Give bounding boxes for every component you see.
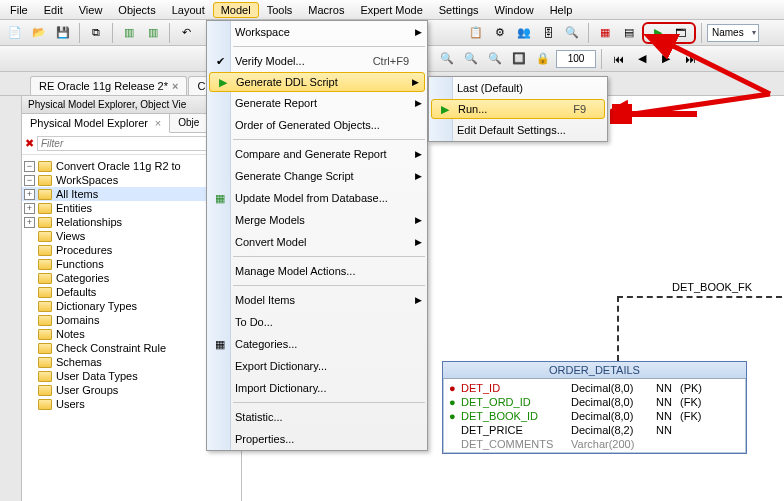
db-icon[interactable]: 🗄 — [537, 22, 559, 44]
folder-icon — [38, 357, 52, 368]
menu-item-label: Run... — [458, 103, 487, 115]
clear-filter-icon[interactable]: ✖ — [25, 137, 34, 150]
menu-item[interactable]: Merge Models▶ — [207, 209, 427, 231]
menu-item[interactable]: Model Items▶ — [207, 289, 427, 311]
submenu-arrow-icon: ▶ — [415, 237, 422, 247]
entity-order-details[interactable]: ORDER_DETAILS ●DET_IDDecimal(8,0)NN(PK) … — [442, 361, 747, 454]
zoom-value[interactable]: 100 — [556, 50, 596, 68]
menu-item-label: Update Model from Database... — [235, 192, 388, 204]
shortcut-label: F9 — [573, 103, 586, 115]
folder-icon — [38, 203, 52, 214]
menu-item[interactable]: Generate Report▶ — [207, 92, 427, 114]
menu-macros[interactable]: Macros — [300, 2, 352, 18]
submenu-arrow-icon: ▶ — [412, 77, 419, 87]
menu-item-label: Model Items — [235, 294, 295, 306]
add-box-icon[interactable]: ▦ — [594, 22, 616, 44]
nav-next-icon[interactable]: ▶ — [655, 48, 677, 70]
play-icon: ▶ — [214, 76, 232, 89]
close-icon[interactable]: × — [172, 80, 178, 92]
folder-icon — [38, 399, 52, 410]
menu-view[interactable]: View — [71, 2, 111, 18]
submenu-arrow-icon: ▶ — [415, 149, 422, 159]
zoom-in-icon[interactable]: 🔍 — [460, 48, 482, 70]
menu-item[interactable]: ✔Verify Model...Ctrl+F9 — [207, 50, 427, 72]
zoom-lock-icon[interactable]: 🔒 — [532, 48, 554, 70]
find-icon[interactable]: 🔍 — [561, 22, 583, 44]
menu-help[interactable]: Help — [542, 2, 581, 18]
menu-item[interactable]: Workspace▶ — [207, 21, 427, 43]
play-icon: ▶ — [436, 103, 454, 116]
menu-item[interactable]: Convert Model▶ — [207, 231, 427, 253]
folder-icon — [38, 287, 52, 298]
menu-item-label: Compare and Generate Report — [235, 148, 387, 160]
nav-first-icon[interactable]: ⏮ — [607, 48, 629, 70]
menu-window[interactable]: Window — [487, 2, 542, 18]
folder-icon — [38, 217, 52, 228]
menu-item[interactable]: ▶Run...F9 — [431, 99, 605, 119]
zoom-fit-icon[interactable]: 🔲 — [508, 48, 530, 70]
database-icon: ▦ — [211, 192, 229, 205]
copy-icon[interactable]: ⧉ — [85, 22, 107, 44]
menu-model[interactable]: Model — [213, 2, 259, 18]
menu-item[interactable]: To Do... — [207, 311, 427, 333]
menu-item[interactable]: ▦Categories... — [207, 333, 427, 355]
menu-item[interactable]: Properties... — [207, 428, 427, 450]
users-icon[interactable]: 👥 — [513, 22, 535, 44]
menu-item[interactable]: Order of Generated Objects... — [207, 114, 427, 136]
folder-icon — [38, 315, 52, 326]
save-icon[interactable]: 💾 — [52, 22, 74, 44]
nav-prev-icon[interactable]: ◀ — [631, 48, 653, 70]
menu-item[interactable]: Export Dictionary... — [207, 355, 427, 377]
menu-item[interactable]: Compare and Generate Report▶ — [207, 143, 427, 165]
model-menu: Workspace▶✔Verify Model...Ctrl+F9▶Genera… — [206, 20, 428, 451]
folder-icon — [38, 259, 52, 270]
menu-item[interactable]: Statistic... — [207, 406, 427, 428]
tab-oracle[interactable]: RE Oracle 11g Release 2* × — [30, 76, 187, 95]
folder-icon — [38, 371, 52, 382]
menu-file[interactable]: File — [2, 2, 36, 18]
menu-layout[interactable]: Layout — [164, 2, 213, 18]
menu-settings[interactable]: Settings — [431, 2, 487, 18]
menu-item-label: Verify Model... — [235, 55, 305, 67]
gear-icon[interactable]: ⚙ — [489, 22, 511, 44]
submenu-arrow-icon: ▶ — [415, 171, 422, 181]
menu-item[interactable]: ▶Generate DDL Script▶ — [209, 72, 425, 92]
menu-item-label: To Do... — [235, 316, 273, 328]
zoom-out-icon[interactable]: 🔍 — [484, 48, 506, 70]
menu-objects[interactable]: Objects — [110, 2, 163, 18]
names-dropdown[interactable]: Names — [707, 24, 759, 42]
undo-icon[interactable]: ↶ — [175, 22, 197, 44]
add-item-icon[interactable]: ▥ — [118, 22, 140, 44]
menu-tools[interactable]: Tools — [259, 2, 301, 18]
layout-icon[interactable]: ▤ — [618, 22, 640, 44]
folder-icon — [38, 161, 52, 172]
menu-item-label: Generate Change Script — [235, 170, 354, 182]
nav-last-icon[interactable]: ⏭ — [679, 48, 701, 70]
menu-item[interactable]: Generate Change Script▶ — [207, 165, 427, 187]
menu-item[interactable]: Edit Default Settings... — [429, 119, 607, 141]
menu-item-label: Edit Default Settings... — [457, 124, 566, 136]
left-gutter — [0, 96, 22, 501]
doc-icon[interactable]: 📋 — [465, 22, 487, 44]
folder-icon — [38, 301, 52, 312]
run-icon[interactable]: ▶ — [647, 22, 669, 44]
menu-item-label: Order of Generated Objects... — [235, 119, 380, 131]
menu-edit[interactable]: Edit — [36, 2, 71, 18]
menu-item[interactable]: ▦Update Model from Database... — [207, 187, 427, 209]
menubar: File Edit View Objects Layout Model Tool… — [0, 0, 784, 20]
new-icon[interactable]: 📄 — [4, 22, 26, 44]
menu-item[interactable]: Last (Default) — [429, 77, 607, 99]
open-icon[interactable]: 📂 — [28, 22, 50, 44]
close-icon[interactable]: × — [155, 117, 161, 129]
menu-expert[interactable]: Expert Mode — [352, 2, 430, 18]
subtab-obj[interactable]: Obje — [170, 114, 208, 132]
menu-item-label: Generate Report — [235, 97, 317, 109]
menu-item[interactable]: Manage Model Actions... — [207, 260, 427, 282]
run-config-icon[interactable]: 🗔 — [669, 22, 691, 44]
zoom-group-icon[interactable]: 🔍 — [436, 48, 458, 70]
menu-item-label: Manage Model Actions... — [235, 265, 355, 277]
menu-item[interactable]: Import Dictionary... — [207, 377, 427, 399]
subtab-explorer[interactable]: Physical Model Explorer × — [22, 114, 170, 133]
add-item2-icon[interactable]: ▥ — [142, 22, 164, 44]
run-button-highlight: ▶ 🗔 — [642, 22, 696, 44]
